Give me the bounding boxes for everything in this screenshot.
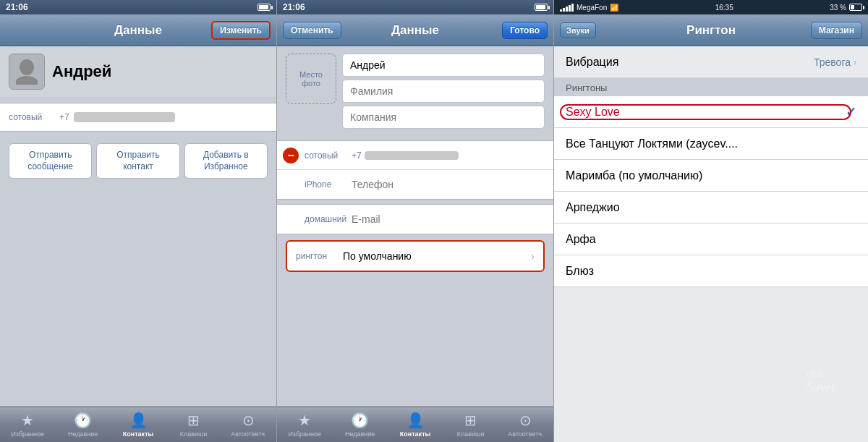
tab-favorites-2[interactable]: ★ Избранное bbox=[277, 412, 332, 438]
phone-value: +7 bbox=[59, 112, 69, 122]
tab-bar-2: ★ Избранное 🕐 Недавние 👤 Контакты ⊞ Клав… bbox=[277, 407, 553, 442]
tab-keypad-1[interactable]: ⊞ Клавиши bbox=[166, 412, 221, 438]
send-contact-button[interactable]: Отправитьконтакт bbox=[96, 143, 179, 179]
battery-icon-1 bbox=[258, 4, 271, 11]
time-3: 16:35 bbox=[715, 4, 733, 12]
ringtone-item-harp[interactable]: Арфа bbox=[554, 224, 868, 255]
ringtone-item-marimba[interactable]: Маримба (по умолчанию) bbox=[554, 160, 868, 192]
carrier-name: MegaFon bbox=[576, 4, 607, 12]
iphone-field[interactable] bbox=[352, 179, 548, 190]
phone-row: сотовый +7 bbox=[0, 103, 276, 131]
tab-contacts-2[interactable]: 👤 Контакты bbox=[388, 412, 443, 438]
nav-title-1: Данные bbox=[114, 23, 162, 38]
phone-label: сотовый bbox=[9, 112, 59, 122]
store-button[interactable]: Магазин bbox=[811, 22, 862, 39]
edit-button[interactable]: Изменить bbox=[211, 21, 271, 40]
vibration-row[interactable]: Вибрация Тревога › bbox=[554, 46, 868, 78]
ringtone-item-sexy-love[interactable]: Sexy Love ✓ bbox=[554, 96, 868, 128]
tab-voicemail-1[interactable]: ⊙ Автоответч. bbox=[221, 412, 276, 438]
phone-blurred-2 bbox=[365, 151, 459, 160]
battery-area: 33 % bbox=[830, 4, 862, 12]
vibration-label: Вибрация bbox=[566, 56, 814, 69]
avatar bbox=[9, 54, 45, 90]
time-2: 21:06 bbox=[283, 2, 305, 12]
ringtone-row[interactable]: рингтон По умолчанию › bbox=[286, 240, 545, 272]
favorites-label-1: Избранное bbox=[11, 430, 44, 438]
vibration-chevron-icon: › bbox=[854, 57, 856, 67]
ringtone-item-dance[interactable]: Все Танцуют Локтями (zaycev.... bbox=[554, 128, 868, 160]
email-field[interactable] bbox=[352, 213, 548, 225]
battery-percent: 33 % bbox=[830, 4, 846, 12]
contacts-icon-2: 👤 bbox=[407, 412, 425, 429]
email-section: домашний bbox=[277, 204, 553, 234]
keypad-label-1: Клавиши bbox=[180, 430, 208, 438]
phone-blurred bbox=[74, 112, 175, 122]
last-name-field[interactable] bbox=[342, 80, 545, 103]
panel-ringtone: MegaFon 📶 16:35 33 % Звуки Рингтон Магаз… bbox=[554, 0, 868, 442]
recents-label-2: Недавние bbox=[345, 430, 375, 438]
status-bar-3: MegaFon 📶 16:35 33 % bbox=[554, 0, 868, 14]
email-label: домашний bbox=[305, 214, 352, 224]
tab-keypad-2[interactable]: ⊞ Клавиши bbox=[443, 412, 498, 438]
keypad-icon-2: ⊞ bbox=[464, 412, 477, 429]
tab-contacts-1[interactable]: 👤 Контакты bbox=[111, 412, 166, 438]
checkmark-icon: ✓ bbox=[846, 104, 856, 120]
iphone-label: iPhone bbox=[305, 179, 352, 190]
keypad-label-2: Клавиши bbox=[457, 430, 485, 438]
status-icons-1 bbox=[258, 4, 271, 11]
bar5 bbox=[571, 4, 574, 12]
nav-title-3: Рингтон bbox=[686, 23, 736, 38]
nav-bar-2: Отменить Данные Готово bbox=[277, 14, 553, 46]
ringtone-list: Вибрация Тревога › Рингтоны Sexy Love ✓ … bbox=[554, 46, 868, 442]
photo-placeholder[interactable]: Местофото bbox=[286, 54, 336, 104]
favorites-icon-1: ★ bbox=[21, 412, 34, 429]
keypad-icon-1: ⊞ bbox=[187, 412, 200, 429]
phone-section: сотовый +7 bbox=[0, 103, 276, 132]
svg-point-0 bbox=[20, 59, 34, 75]
tab-favorites-1[interactable]: ★ Избранное bbox=[0, 412, 55, 438]
remove-phone-button[interactable]: − bbox=[283, 148, 299, 163]
bar2 bbox=[563, 8, 565, 12]
nav-title-2: Данные bbox=[391, 23, 439, 38]
company-field[interactable] bbox=[342, 106, 545, 129]
ringtone-content: Вибрация Тревога › Рингтоны Sexy Love ✓ … bbox=[554, 46, 868, 442]
add-favorite-button[interactable]: Добавить вИзбранное bbox=[184, 143, 268, 179]
harp-label: Арфа bbox=[566, 233, 856, 246]
tab-recents-1[interactable]: 🕐 Недавние bbox=[55, 412, 110, 438]
nav-bar-3: Звуки Рингтон Магазин bbox=[554, 14, 868, 46]
sexy-love-label: Sexy Love bbox=[566, 106, 846, 119]
sounds-back-button[interactable]: Звуки bbox=[560, 22, 596, 38]
contact-card: Андрей bbox=[0, 46, 276, 97]
email-edit-row: домашний bbox=[277, 205, 553, 234]
status-bar-1: 21:06 bbox=[0, 0, 276, 14]
favorites-icon-2: ★ bbox=[298, 412, 311, 429]
ringtone-value: По умолчанию bbox=[343, 250, 531, 262]
battery-icon-2 bbox=[535, 4, 548, 11]
voicemail-label-2: Автоответч. bbox=[508, 430, 543, 438]
recents-icon-2: 🕐 bbox=[351, 412, 369, 429]
phone-prefix: +7 bbox=[352, 150, 362, 161]
send-message-button[interactable]: Отправитьсообщение bbox=[9, 143, 92, 179]
voicemail-icon-1: ⊙ bbox=[242, 412, 255, 429]
bar1 bbox=[560, 9, 562, 12]
contacts-icon-1: 👤 bbox=[129, 412, 148, 429]
ringtone-item-arpeggio[interactable]: Арпеджио bbox=[554, 192, 868, 224]
done-button[interactable]: Готово bbox=[502, 22, 548, 39]
bar3 bbox=[566, 7, 568, 12]
ringtone-item-blues[interactable]: Блюз bbox=[554, 255, 868, 287]
phone-edit-section: − сотовый +7 iPhone bbox=[277, 140, 553, 200]
cancel-button[interactable]: Отменить bbox=[283, 22, 341, 39]
tab-recents-2[interactable]: 🕐 Недавние bbox=[332, 412, 387, 438]
tab-voicemail-2[interactable]: ⊙ Автоответч. bbox=[498, 412, 553, 438]
nav-bar-1: Данные Изменить bbox=[0, 14, 276, 46]
vibration-value: Тревога bbox=[814, 56, 851, 68]
photo-name-row: Местофото bbox=[277, 46, 553, 136]
wifi-icon: 📶 bbox=[610, 4, 618, 12]
action-buttons: Отправитьсообщение Отправитьконтакт Доба… bbox=[9, 143, 268, 179]
photo-placeholder-label: Местофото bbox=[299, 70, 323, 88]
first-name-field[interactable] bbox=[342, 54, 545, 77]
time-1: 21:06 bbox=[6, 2, 28, 12]
tab-bar-1: ★ Избранное 🕐 Недавние 👤 Контакты ⊞ Клав… bbox=[0, 407, 276, 442]
name-fields bbox=[342, 54, 545, 129]
ringtones-section-header: Рингтоны bbox=[554, 78, 868, 96]
